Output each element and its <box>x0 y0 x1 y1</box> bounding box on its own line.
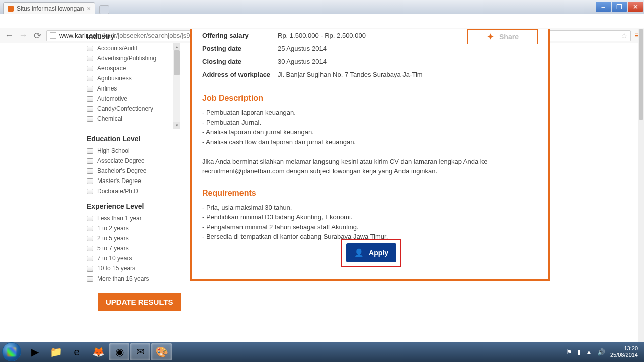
job-description-text: - Pembuatan laporan keuangan.- Pembuatan… <box>202 108 538 176</box>
filter-item-label: Accounts/Audit <box>97 45 137 52</box>
filter-item[interactable]: More than 15 years <box>87 274 181 284</box>
taskbar-outlook-icon[interactable]: ✉ <box>130 343 150 360</box>
share-button[interactable]: ✦ Share <box>467 29 538 44</box>
filter-item[interactable]: 2 to 5 years <box>87 233 181 243</box>
filter-item[interactable]: Bachelor's Degree <box>87 166 181 176</box>
checkbox-icon[interactable] <box>87 56 93 61</box>
filter-item-label: Doctorate/Ph.D <box>97 188 138 195</box>
apply-highlight: 👤 Apply <box>341 239 401 267</box>
filter-item[interactable]: Candy/Confectionery <box>87 104 181 114</box>
taskbar-firefox-icon[interactable]: 🦊 <box>88 343 108 360</box>
filter-item-label: Less than 1 year <box>97 215 142 222</box>
taskbar-media-player-icon[interactable]: ▶ <box>25 343 45 360</box>
filter-sidebar: Industry Accounts/AuditAdvertising/Publi… <box>0 29 181 342</box>
window-maximize-button[interactable]: ❐ <box>612 2 627 12</box>
filter-item[interactable]: Aerospace <box>87 63 181 73</box>
filter-item[interactable]: 7 to 10 years <box>87 253 181 263</box>
tray-battery-icon[interactable]: ▮ <box>577 348 581 356</box>
filter-item[interactable]: 1 to 2 years <box>87 223 181 233</box>
tray-flag-icon[interactable]: ⚑ <box>566 348 572 356</box>
filter-item[interactable]: Associate Degree <box>87 156 181 166</box>
filter-item-label: 2 to 5 years <box>97 235 129 242</box>
checkbox-icon[interactable] <box>87 76 93 81</box>
checkbox-icon[interactable] <box>87 148 93 154</box>
filter-item[interactable]: Chemical <box>87 114 181 124</box>
checkbox-icon[interactable] <box>87 266 93 272</box>
start-button[interactable] <box>2 342 21 361</box>
checkbox-icon[interactable] <box>87 246 93 251</box>
browser-tab[interactable]: Situs informasi lowongan × <box>3 2 95 14</box>
checkbox-icon[interactable] <box>87 86 93 92</box>
new-tab-button[interactable] <box>99 5 109 14</box>
industry-list[interactable]: Accounts/AuditAdvertising/PublishingAero… <box>87 43 181 129</box>
filter-item[interactable]: Less than 1 year <box>87 213 181 223</box>
tab-title: Situs informasi lowongan <box>17 5 84 12</box>
filter-item-label: 1 to 2 years <box>97 225 129 232</box>
favicon-icon <box>8 6 14 12</box>
filter-item[interactable]: Airlines <box>87 83 181 94</box>
industry-scrollbar[interactable]: ▴▾ <box>173 43 180 129</box>
share-icon: ✦ <box>487 31 494 42</box>
taskbar-paint-icon[interactable]: 🎨 <box>151 343 172 360</box>
checkbox-icon[interactable] <box>87 276 93 282</box>
checkbox-icon[interactable] <box>87 189 93 194</box>
checkbox-icon[interactable] <box>87 178 93 184</box>
filter-heading-industry: Industry <box>87 32 181 40</box>
checkbox-icon[interactable] <box>87 66 93 71</box>
system-tray: ⚑ ▮ ▲ 🔊 13:20 25/08/2014 <box>566 345 642 358</box>
checkbox-icon[interactable] <box>87 256 93 261</box>
filter-item-label: More than 15 years <box>97 275 149 282</box>
filter-item[interactable]: Master's Degree <box>87 176 181 186</box>
filter-item-label: Associate Degree <box>97 157 145 164</box>
filter-item[interactable]: Advertising/Publishing <box>87 53 181 63</box>
checkbox-icon[interactable] <box>87 226 93 231</box>
job-description-heading: Job Description <box>202 94 538 103</box>
detail-label: Closing date <box>202 58 278 65</box>
requirements-heading: Requirements <box>202 189 538 198</box>
filter-item[interactable]: 10 to 15 years <box>87 263 181 274</box>
checkbox-icon[interactable] <box>87 168 93 174</box>
filter-item[interactable]: High School <box>87 146 181 156</box>
tray-network-icon[interactable]: ▲ <box>586 348 592 356</box>
detail-value: 30 Agustus 2014 <box>278 58 469 65</box>
detail-row: Closing date30 Agustus 2014 <box>202 55 469 68</box>
tray-volume-icon[interactable]: 🔊 <box>597 348 605 356</box>
taskbar-clock[interactable]: 13:20 25/08/2014 <box>610 345 638 358</box>
checkbox-icon[interactable] <box>87 236 93 241</box>
taskbar-ie-icon[interactable]: e <box>67 343 87 360</box>
filter-item-label: Advertising/Publishing <box>97 55 156 62</box>
window-minimize-button[interactable]: – <box>596 2 611 12</box>
checkbox-icon[interactable] <box>87 96 93 102</box>
filter-item-label: High School <box>97 147 130 154</box>
close-tab-icon[interactable]: × <box>87 5 91 12</box>
job-details-table: Offering salaryRp. 1.500.000 - Rp. 2.500… <box>202 29 469 81</box>
clock-time: 13:20 <box>610 345 638 352</box>
filter-item[interactable]: Automotive <box>87 94 181 104</box>
filter-item[interactable]: Agribusiness <box>87 73 181 83</box>
checkbox-icon[interactable] <box>87 46 93 51</box>
checkbox-icon[interactable] <box>87 158 93 164</box>
apply-button[interactable]: 👤 Apply <box>346 243 396 262</box>
window-close-button[interactable]: ✕ <box>628 2 643 12</box>
checkbox-icon[interactable] <box>87 106 93 112</box>
taskbar-explorer-icon[interactable]: 📁 <box>46 343 66 360</box>
filter-item[interactable]: Doctorate/Ph.D <box>87 186 181 196</box>
filter-item[interactable]: 5 to 7 years <box>87 243 181 253</box>
requirements-text: - Pria, usia maksimal 30 tahun.- Pendidi… <box>202 203 538 242</box>
checkbox-icon[interactable] <box>87 116 93 122</box>
share-label: Share <box>499 33 519 41</box>
filter-item-label: Aerospace <box>97 65 126 72</box>
update-results-button[interactable]: UPDATE RESULTS <box>98 293 181 311</box>
detail-label: Offering salary <box>202 32 278 39</box>
detail-row: Posting date25 Agustus 2014 <box>202 42 469 55</box>
taskbar-chrome-icon[interactable]: ◉ <box>109 343 129 360</box>
checkbox-icon[interactable] <box>87 216 93 221</box>
filter-item[interactable]: Accounts/Audit <box>87 43 181 53</box>
filter-heading-experience: Experience Level <box>87 202 181 210</box>
windows-taskbar: ▶ 📁 e 🦊 ◉ ✉ 🎨 ⚑ ▮ ▲ 🔊 13:20 25/08/2014 <box>0 342 644 362</box>
filter-item-label: Bachelor's Degree <box>97 167 146 174</box>
page-scrollbar[interactable] <box>638 29 644 342</box>
detail-row: Offering salaryRp. 1.500.000 - Rp. 2.500… <box>202 29 469 42</box>
detail-value: Jl. Banjar Sugihan No. 7 Tandes Surabaya… <box>278 71 469 78</box>
filter-item-label: 7 to 10 years <box>97 255 132 262</box>
